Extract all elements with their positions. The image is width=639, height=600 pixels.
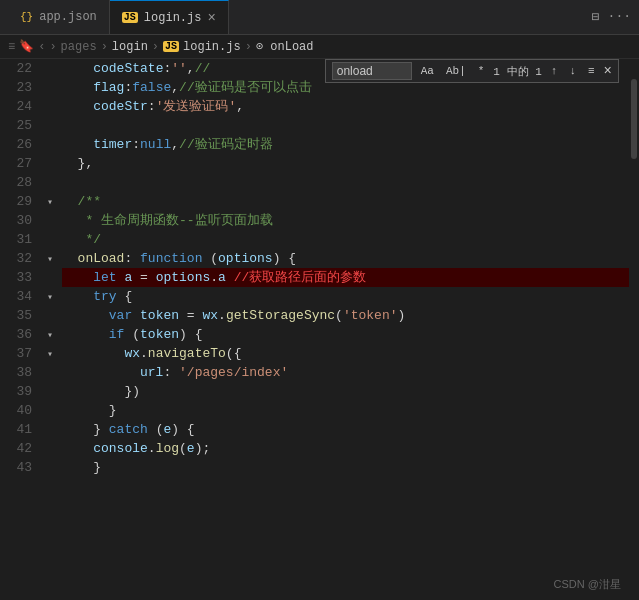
fold-40: [42, 401, 58, 420]
code-area: 22 23 24 25 26 27 28 29 30 31 32 33 34 3…: [0, 59, 639, 600]
line-num-26: 26: [0, 135, 32, 154]
title-actions: ⊟ ···: [592, 9, 631, 25]
line-num-30: 30: [0, 211, 32, 230]
line-num-23: 23: [0, 78, 32, 97]
line-30: * 生命周期函数--监听页面加载: [62, 211, 629, 230]
line-42: console.log(e);: [62, 439, 629, 458]
line-num-36: 36: [0, 325, 32, 344]
scrollbar-thumb[interactable]: [631, 79, 637, 159]
tab-label-login-js: login.js: [144, 11, 202, 25]
fold-42: [42, 439, 58, 458]
line-27: },: [62, 154, 629, 173]
scrollbar-track[interactable]: [629, 59, 639, 600]
search-count: 1 中的 1: [493, 64, 541, 79]
line-num-38: 38: [0, 363, 32, 382]
fold-35: [42, 306, 58, 325]
line-41: } catch (e) {: [62, 420, 629, 439]
line-num-35: 35: [0, 306, 32, 325]
search-close-icon[interactable]: ×: [604, 63, 612, 79]
line-num-22: 22: [0, 59, 32, 78]
js-icon: JS: [122, 12, 138, 23]
line-29: /**: [62, 192, 629, 211]
line-26: timer:null,//验证码定时器: [62, 135, 629, 154]
breadcrumb-js-icon: JS: [163, 41, 179, 52]
tab-login-js[interactable]: JS login.js ×: [110, 0, 229, 34]
forward-icon[interactable]: ›: [49, 40, 56, 54]
search-menu-icon[interactable]: ≡: [585, 64, 598, 78]
search-option-aa[interactable]: Aa: [418, 64, 437, 78]
line-num-41: 41: [0, 420, 32, 439]
breadcrumb: ≡ 🔖 ‹ › pages › login › JS login.js › ⊙ …: [0, 35, 639, 59]
more-actions-icon[interactable]: ···: [608, 9, 631, 25]
fold-22: [42, 59, 58, 78]
fold-37[interactable]: ▾: [42, 344, 58, 363]
fold-32[interactable]: ▾: [42, 249, 58, 268]
line-num-33: 33: [0, 268, 32, 287]
fold-26: [42, 135, 58, 154]
search-widget: Aa Ab| * 1 中的 1 ↑ ↓ ≡ ×: [325, 59, 619, 83]
fold-28: [42, 173, 58, 192]
fold-38: [42, 363, 58, 382]
fold-36[interactable]: ▾: [42, 325, 58, 344]
fold-25: [42, 116, 58, 135]
line-34: try {: [62, 287, 629, 306]
line-33: let a = options.a //获取路径后面的参数: [62, 268, 629, 287]
fold-29[interactable]: ▾: [42, 192, 58, 211]
tab-group: {} app.json JS login.js ×: [8, 0, 229, 34]
line-25: [62, 116, 629, 135]
fold-41: [42, 420, 58, 439]
line-num-25: 25: [0, 116, 32, 135]
line-num-31: 31: [0, 230, 32, 249]
breadcrumb-onload: ⊙ onLoad: [256, 39, 314, 54]
line-37: wx.navigateTo({: [62, 344, 629, 363]
breadcrumb-pages: pages: [61, 40, 97, 54]
split-editor-icon[interactable]: ⊟: [592, 9, 600, 25]
search-input[interactable]: [332, 62, 412, 80]
search-down-icon[interactable]: ↓: [566, 64, 579, 78]
line-num-40: 40: [0, 401, 32, 420]
back-icon[interactable]: ‹: [38, 40, 45, 54]
line-num-42: 42: [0, 439, 32, 458]
line-num-32: 32: [0, 249, 32, 268]
fold-24: [42, 97, 58, 116]
bookmark-icon: 🔖: [19, 39, 34, 54]
json-icon: {}: [20, 11, 33, 23]
line-num-29: 29: [0, 192, 32, 211]
line-num-43: 43: [0, 458, 32, 477]
line-24: codeStr:'发送验证码',: [62, 97, 629, 116]
close-tab-icon[interactable]: ×: [207, 10, 215, 26]
line-28: [62, 173, 629, 192]
fold-43: [42, 458, 58, 477]
fold-39: [42, 382, 58, 401]
line-num-24: 24: [0, 97, 32, 116]
search-option-ab[interactable]: Ab|: [443, 64, 469, 78]
breadcrumb-sep3: ›: [245, 40, 252, 54]
tab-app-json[interactable]: {} app.json: [8, 0, 110, 34]
search-up-icon[interactable]: ↑: [548, 64, 561, 78]
line-31: */: [62, 230, 629, 249]
breadcrumb-login: login: [112, 40, 148, 54]
code-content[interactable]: codeState:'',// flag:false,//验证码是否可以点击 c…: [58, 59, 629, 600]
title-bar: {} app.json JS login.js × ⊟ ···: [0, 0, 639, 35]
search-option-regex[interactable]: *: [475, 64, 488, 78]
line-num-34: 34: [0, 287, 32, 306]
fold-34[interactable]: ▾: [42, 287, 58, 306]
breadcrumb-sep2: ›: [152, 40, 159, 54]
line-40: }: [62, 401, 629, 420]
breadcrumb-login-js: login.js: [183, 40, 241, 54]
line-num-39: 39: [0, 382, 32, 401]
line-num-37: 37: [0, 344, 32, 363]
line-38: url: '/pages/index': [62, 363, 629, 382]
line-39: }): [62, 382, 629, 401]
fold-gutter: ▾ ▾ ▾ ▾ ▾: [42, 59, 58, 600]
line-35: var token = wx.getStorageSync('token'): [62, 306, 629, 325]
watermark: CSDN @泔星: [554, 577, 621, 592]
tab-label-app-json: app.json: [39, 10, 97, 24]
fold-31: [42, 230, 58, 249]
fold-33: [42, 268, 58, 287]
fold-27: [42, 154, 58, 173]
nav-icon: ≡: [8, 40, 15, 54]
fold-30: [42, 211, 58, 230]
line-num-28: 28: [0, 173, 32, 192]
line-36: if (token) {: [62, 325, 629, 344]
